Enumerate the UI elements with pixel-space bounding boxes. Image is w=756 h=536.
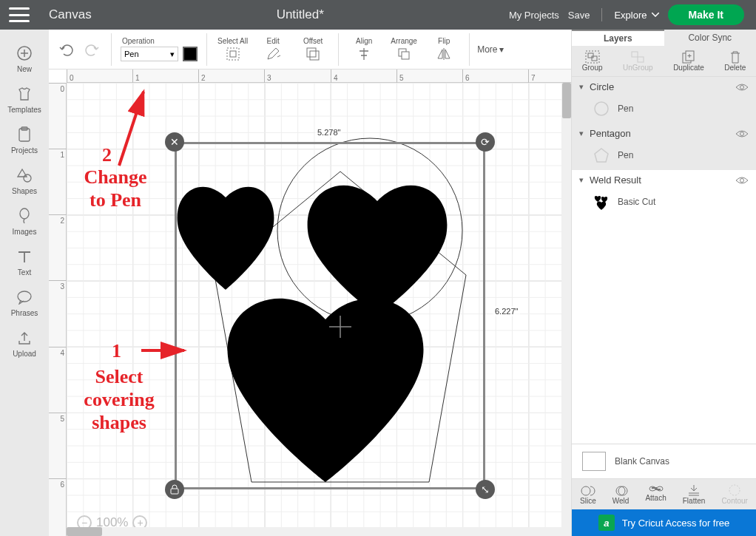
save-link[interactable]: Save xyxy=(568,10,590,21)
slice-button[interactable]: Slice xyxy=(580,484,596,505)
blank-canvas-row[interactable]: Blank Canvas xyxy=(572,444,756,479)
divider xyxy=(601,8,602,21)
color-swatch[interactable] xyxy=(183,47,198,61)
shirt-icon xyxy=(16,85,33,103)
visibility-toggle[interactable] xyxy=(735,176,749,185)
eye-icon xyxy=(735,129,749,138)
arrange-button[interactable]: Arrange xyxy=(389,37,419,61)
sidebar-item-shapes[interactable]: Shapes xyxy=(0,162,49,200)
align-button[interactable]: Align xyxy=(349,37,379,61)
blank-canvas-swatch xyxy=(582,452,606,471)
plus-circle-icon xyxy=(16,44,33,62)
rotate-handle[interactable]: ⟳ xyxy=(476,132,495,152)
canvas[interactable]: 0 1 2 3 4 5 6 7 0 1 2 3 4 5 6 xyxy=(49,69,571,536)
trash-icon xyxy=(729,50,741,64)
visibility-toggle[interactable] xyxy=(735,129,749,138)
duplicate-icon xyxy=(682,50,695,64)
layer-actions-top: Group UnGroup Duplicate Delete xyxy=(572,46,756,77)
operation-group: Operation Pen ▾ xyxy=(111,33,207,66)
sidebar-label: Upload xyxy=(13,350,36,358)
pencil-icon xyxy=(266,47,280,61)
sidebar-item-phrases[interactable]: Phrases xyxy=(0,284,49,322)
selection-box[interactable] xyxy=(175,142,485,489)
make-it-button[interactable]: Make It xyxy=(668,4,744,25)
annotation-step2-num: 2 xyxy=(102,143,112,166)
explore-menu[interactable]: Explore xyxy=(614,10,658,21)
chevron-down-icon: ▾ xyxy=(579,82,584,92)
layer-name: Weld Result xyxy=(590,174,641,186)
layer-weld-sub[interactable]: Basic Cut xyxy=(572,190,756,217)
layer-circle[interactable]: ▾ Circle xyxy=(572,77,756,97)
undo-icon[interactable] xyxy=(58,43,74,56)
layer-pentagon[interactable]: ▾ Pentagon xyxy=(572,123,756,143)
eye-icon xyxy=(735,176,749,185)
sidebar-label: Projects xyxy=(11,146,38,155)
sidebar-item-images[interactable]: Images xyxy=(0,203,49,240)
ungroup-icon xyxy=(630,50,645,64)
delete-handle[interactable]: ✕ xyxy=(165,132,184,152)
top-bar: Canvas Untitled* My Projects Save Explor… xyxy=(0,0,756,30)
duplicate-button[interactable]: Duplicate xyxy=(673,50,704,72)
ungroup-button[interactable]: UnGroup xyxy=(623,50,653,72)
access-banner[interactable]: a Try Cricut Access for free xyxy=(572,509,756,536)
menu-icon[interactable] xyxy=(9,7,30,22)
resize-handle[interactable]: ⤡ xyxy=(476,480,495,499)
tab-color-sync[interactable]: Color Sync xyxy=(664,30,757,46)
svg-rect-9 xyxy=(310,51,319,60)
operation-label: Operation xyxy=(122,37,198,45)
sidebar-item-new[interactable]: New xyxy=(0,40,49,78)
layer-op: Pen xyxy=(618,150,633,160)
layers-list: ▾ Circle Pen ▾ Pentagon Pen xyxy=(572,77,756,444)
layer-op: Basic Cut xyxy=(618,197,655,207)
sidebar-label: Shapes xyxy=(12,187,37,195)
more-label: More xyxy=(477,44,497,55)
flatten-icon xyxy=(687,484,701,497)
edit-button[interactable]: Edit xyxy=(258,37,288,61)
scrollbar-vertical[interactable] xyxy=(562,83,571,527)
edit-toolbar: Operation Pen ▾ Select All Edit Offset xyxy=(49,30,571,69)
circle-preview-icon xyxy=(593,100,610,118)
scrollbar-horizontal[interactable] xyxy=(67,527,571,536)
delete-button[interactable]: Delete xyxy=(724,50,746,72)
dropdown-arrow-icon: ▾ xyxy=(499,44,504,55)
weld-button[interactable]: Weld xyxy=(612,484,630,505)
sidebar-item-text[interactable]: Text xyxy=(0,243,49,281)
select-all-button[interactable]: Select All xyxy=(217,37,248,61)
speech-bubble-icon xyxy=(16,288,33,306)
annotation-step1-text: Select covering shapes xyxy=(71,365,167,435)
ruler-horizontal: 0 1 2 3 4 5 6 7 xyxy=(67,69,571,83)
visibility-toggle[interactable] xyxy=(735,83,749,92)
svg-point-24 xyxy=(595,102,608,115)
group-button[interactable]: Group xyxy=(582,50,603,72)
document-title[interactable]: Untitled* xyxy=(101,7,500,22)
left-sidebar: New Templates Projects Shapes Images Tex… xyxy=(0,30,49,536)
layer-op: Pen xyxy=(618,104,633,114)
attach-button[interactable]: Attach xyxy=(645,484,666,505)
text-icon xyxy=(16,248,33,265)
lock-handle[interactable] xyxy=(165,480,184,499)
operation-select[interactable]: Pen ▾ xyxy=(121,47,178,61)
flip-button[interactable]: Flip xyxy=(429,37,459,61)
contour-button[interactable]: Contour xyxy=(721,484,748,505)
layer-circle-sub[interactable]: Pen xyxy=(572,97,756,123)
more-menu[interactable]: More▾ xyxy=(469,33,504,66)
layer-pentagon-sub[interactable]: Pen xyxy=(572,143,756,170)
sidebar-label: New xyxy=(17,65,32,73)
sidebar-label: Phrases xyxy=(11,309,38,317)
sidebar-item-upload[interactable]: Upload xyxy=(0,325,49,362)
sidebar-item-templates[interactable]: Templates xyxy=(0,81,49,118)
right-panel: Layers Color Sync Group UnGroup Duplicat… xyxy=(571,30,756,536)
lock-icon xyxy=(170,484,179,495)
layer-weld-result[interactable]: ▾ Weld Result xyxy=(572,170,756,190)
my-projects-link[interactable]: My Projects xyxy=(509,10,559,21)
slice-icon xyxy=(581,484,595,497)
arrange-icon xyxy=(396,47,411,61)
tab-layers[interactable]: Layers xyxy=(572,30,664,46)
svg-rect-20 xyxy=(638,57,644,62)
flatten-button[interactable]: Flatten xyxy=(683,484,706,505)
flip-icon xyxy=(436,47,452,61)
attach-icon xyxy=(649,484,664,494)
redo-icon[interactable] xyxy=(84,43,101,56)
offset-button[interactable]: Offset xyxy=(298,37,328,61)
sidebar-item-projects[interactable]: Projects xyxy=(0,121,49,159)
